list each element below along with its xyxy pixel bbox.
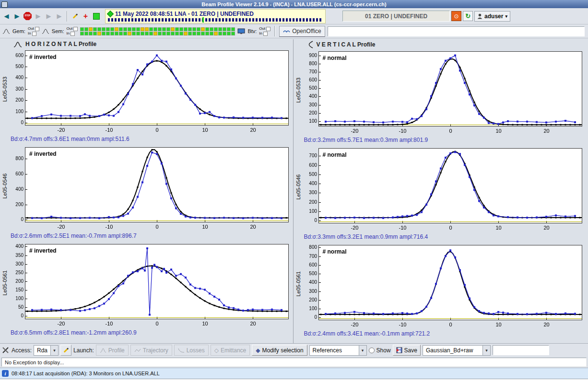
out-label: Out [259, 27, 265, 31]
app-icon [1, 1, 8, 8]
inca-button[interactable]: ⊙ [451, 11, 461, 21]
openoffice-button[interactable]: OpenOffice [279, 26, 325, 37]
fit-stats: Bd:σ:4.7mm offs:3.6E1 mean:0mm ampl:511.… [11, 136, 293, 142]
openoffice-label: OpenOffice [292, 28, 321, 35]
led-row [80, 27, 235, 31]
status-led [201, 32, 205, 35]
launch-emittance-button[interactable]: ◇ Emittance [211, 345, 250, 356]
separator [274, 26, 275, 36]
status-led [166, 27, 170, 31]
add-icon[interactable]: + [81, 12, 90, 21]
status-led [184, 32, 188, 35]
profile-plot-le05-0546-v[interactable] [303, 147, 584, 233]
user-name: aduser [484, 13, 503, 20]
profile-plot-le05-0546-h[interactable] [9, 146, 290, 232]
status-led [223, 27, 226, 31]
trajectory-icon [134, 348, 141, 353]
chart-block-v2: Le05-0546 # normal Bd:σ:3.3mm offs:3.2E1… [296, 147, 587, 240]
message-field[interactable] [328, 26, 585, 36]
gem-in-checkbox[interactable] [32, 32, 36, 36]
fit-stats: Bd:σ:2.4mm offs:3.4E1 mean:-0.1mm ampl:7… [304, 330, 587, 337]
launch-profile-button[interactable]: Profile [96, 345, 129, 356]
btv-in-checkbox[interactable] [263, 32, 268, 36]
play-icon-2[interactable]: ▶ [44, 12, 53, 21]
play-icon-3[interactable]: ▶ [55, 12, 64, 21]
status-led [84, 32, 88, 35]
in-label: In [67, 32, 70, 35]
status-bar: i 08:48:17 Last acquisition (RDA): 3 Mon… [0, 368, 588, 379]
status-led [80, 32, 84, 35]
gem-out-checkbox[interactable] [35, 27, 39, 31]
modify-selection-button[interactable]: ◆ Modify selection [252, 345, 307, 356]
horizontal-header: H O R I Z O N T A L Profile [3, 39, 293, 48]
scale-flag: # normal [323, 248, 347, 255]
status-led [153, 27, 157, 31]
chart-block-h2: Le05-0546 # inverted Bd:σ:2.6mm offs:2.5… [3, 146, 293, 239]
save-label: Save [404, 347, 417, 354]
status-led [227, 27, 231, 31]
status-led [218, 27, 222, 31]
sem-out-checkbox[interactable] [73, 27, 78, 31]
status-led [192, 32, 196, 35]
show-radio[interactable] [369, 348, 375, 353]
scale-flag: # normal [323, 55, 347, 61]
scale-flag: # inverted [29, 247, 57, 254]
status-led [115, 32, 118, 35]
window-title: Beam Profile Viewer 2.14.9 - (INCA) - LN… [201, 1, 386, 7]
status-led [97, 32, 101, 35]
vertical-title: V E R T I C A L Profile [317, 41, 376, 48]
fit-stats: Bd:σ:6.5mm offs:2.8E1 mean:-1.2mm ampl:2… [11, 329, 293, 336]
status-led [210, 32, 213, 35]
status-led [205, 32, 209, 35]
references-value: References [310, 347, 345, 354]
sem-in-checkbox[interactable] [71, 32, 75, 36]
info-icon: i [2, 370, 9, 377]
launch-label: Launch: [73, 347, 94, 354]
status-led [192, 27, 196, 31]
fit-mode-selector[interactable]: Gaussian_Bd+raw ▾ [423, 345, 491, 356]
chevron-down-icon: ▾ [505, 14, 507, 19]
launch-losses-button[interactable]: Losses [174, 345, 209, 356]
profile-plot-le05-0533-h[interactable] [9, 49, 290, 135]
fit-mode-value: Gaussian_Bd+raw [423, 347, 476, 354]
btv-out-checkbox[interactable] [266, 27, 270, 31]
chevron-down-icon: ▾ [359, 346, 366, 355]
tools-icon [2, 347, 10, 354]
status-led [227, 32, 231, 35]
profile-plot-le05-0533-v[interactable] [303, 50, 584, 136]
status-led [80, 27, 84, 31]
out-label: Out [28, 27, 34, 31]
green-square-icon [93, 13, 100, 20]
acquisition-status-icon [92, 12, 101, 21]
text-entry-field[interactable] [493, 345, 549, 355]
monitor-label: Le05-0546 [2, 174, 8, 199]
edit-button[interactable] [60, 345, 71, 356]
save-button[interactable]: Save [393, 345, 421, 356]
edit-pen-icon[interactable] [71, 12, 80, 21]
nav-forward-icon[interactable]: ▶ [12, 12, 22, 21]
references-selector[interactable]: References ▾ [309, 345, 367, 356]
monitors-toolbar: Gem: Out In Sem: Out In Btv: Out In Open… [0, 24, 588, 38]
user-selector[interactable]: aduser ▾ [474, 11, 510, 22]
status-led [93, 32, 97, 35]
refresh-button[interactable]: ↻ [463, 11, 473, 21]
separator [67, 11, 68, 22]
launch-trajectory-button[interactable]: Trajectory [130, 345, 172, 356]
profile-plot-le05-0561-v[interactable] [303, 244, 584, 330]
profile-plot-le05-0561-h[interactable] [9, 243, 290, 329]
nav-back-icon[interactable]: ◀ [2, 12, 11, 21]
status-led [175, 32, 179, 35]
sem-profile-icon [42, 28, 49, 34]
fit-stats: Bd:σ:3.3mm offs:3.2E1 mean:0.9mm ampl:71… [304, 233, 587, 240]
stop-button[interactable]: STOP [23, 12, 32, 21]
status-led [110, 32, 114, 35]
horizontal-title: H O R I Z O N T A L Profile [25, 41, 96, 47]
btv-screen-icon [237, 28, 245, 35]
status-led [123, 27, 127, 31]
status-led [179, 32, 183, 35]
play-icon-1[interactable]: ▶ [34, 12, 43, 21]
access-selector[interactable]: Rda ▾ [34, 345, 59, 356]
status-led [97, 27, 101, 31]
cycle-timeline [108, 18, 323, 22]
monitor-status-leds [80, 27, 235, 35]
